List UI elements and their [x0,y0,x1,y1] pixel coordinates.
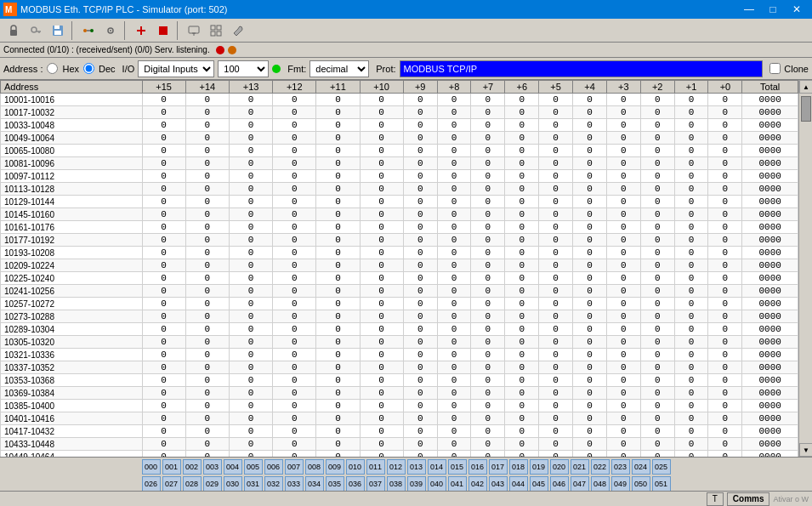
cell-value[interactable]: 0000 [742,425,798,438]
cell-value[interactable]: 0 [674,400,708,412]
cell-value[interactable]: 0 [229,132,272,145]
cell-value[interactable]: 0 [539,323,573,336]
table-row[interactable]: 10225-1024000000000000000000000 [1,272,798,285]
close-button[interactable]: ✕ [785,0,809,19]
table-row[interactable]: 10273-1028800000000000000000000 [1,310,798,323]
cell-address[interactable]: 10065-10080 [1,145,143,157]
num-button[interactable]: 045 [530,476,548,491]
cell-value[interactable]: 0 [708,438,742,451]
cell-value[interactable]: 0 [316,374,360,387]
cell-value[interactable]: 0 [316,298,360,310]
num-button[interactable]: 008 [305,459,324,475]
add-button[interactable] [131,21,151,40]
cell-value[interactable]: 0000 [742,132,798,145]
wrench-button[interactable] [228,21,248,40]
num-button[interactable]: 009 [326,459,344,475]
cell-value[interactable]: 0 [606,285,640,298]
cell-value[interactable]: 0 [185,132,229,145]
num-button[interactable]: 018 [509,459,528,475]
cell-value[interactable]: 0 [185,247,229,259]
cell-value[interactable]: 0 [403,425,437,438]
stop-button[interactable] [153,21,173,40]
num-button[interactable]: 002 [183,459,202,475]
cell-value[interactable]: 0 [471,170,505,183]
num-button[interactable]: 031 [244,476,263,491]
cell-value[interactable]: 0 [437,196,471,208]
cell-address[interactable]: 10449-10464 [1,451,143,458]
cell-value[interactable]: 0 [360,94,403,106]
cell-value[interactable]: 0 [606,145,640,157]
table-row[interactable]: 10017-1003200000000000000000000 [1,106,798,119]
cell-value[interactable]: 0 [640,310,674,323]
cell-value[interactable]: 0 [640,170,674,183]
cell-address[interactable]: 10001-10016 [1,94,143,106]
cell-value[interactable]: 0 [437,247,471,259]
cell-value[interactable]: 0 [142,221,185,234]
cell-value[interactable]: 0000 [742,438,798,451]
cell-value[interactable]: 0 [640,119,674,132]
cell-value[interactable]: 0 [273,425,316,438]
cell-value[interactable]: 0 [606,119,640,132]
cell-value[interactable]: 0 [229,425,272,438]
table-row[interactable]: 10113-1012800000000000000000000 [1,183,798,196]
cell-value[interactable]: 0 [539,361,573,374]
cell-value[interactable]: 0 [403,132,437,145]
cell-value[interactable]: 0 [505,412,539,425]
num-button[interactable]: 019 [530,459,548,475]
cell-value[interactable]: 0 [360,272,403,285]
hex-radio[interactable] [47,63,58,74]
cell-value[interactable]: 0 [185,106,229,119]
cell-value[interactable]: 0 [708,387,742,400]
num-button[interactable]: 043 [489,476,508,491]
num-button[interactable]: 024 [632,459,650,475]
cell-value[interactable]: 0 [708,374,742,387]
cell-value[interactable]: 0 [539,387,573,400]
cell-value[interactable]: 0 [539,234,573,247]
num-button[interactable]: 050 [632,476,650,491]
table-row[interactable]: 10209-1022400000000000000000000 [1,259,798,272]
cell-value[interactable]: 0 [142,285,185,298]
cell-value[interactable]: 0 [229,285,272,298]
cell-address[interactable]: 10097-10112 [1,170,143,183]
cell-value[interactable]: 0 [360,170,403,183]
cell-value[interactable]: 0 [273,259,316,272]
cell-value[interactable]: 0 [437,336,471,349]
num-button[interactable]: 004 [224,459,242,475]
cell-value[interactable]: 0 [142,336,185,349]
cell-value[interactable]: 0 [142,349,185,361]
num-button[interactable]: 036 [346,476,365,491]
cell-value[interactable]: 0 [674,412,708,425]
cell-value[interactable]: 0 [360,298,403,310]
cell-value[interactable]: 0 [316,400,360,412]
table-row[interactable]: 10417-1043200000000000000000000 [1,425,798,438]
cell-value[interactable]: 0 [273,234,316,247]
cell-value[interactable]: 0 [437,157,471,170]
cell-value[interactable]: 0 [505,361,539,374]
cell-value[interactable]: 0 [640,132,674,145]
cell-value[interactable]: 0 [674,234,708,247]
cell-value[interactable]: 0 [708,196,742,208]
cell-address[interactable]: 10385-10400 [1,400,143,412]
cell-value[interactable]: 0 [640,145,674,157]
cell-value[interactable]: 0 [606,425,640,438]
cell-value[interactable]: 0 [640,196,674,208]
cell-value[interactable]: 0 [185,119,229,132]
cell-value[interactable]: 0 [437,272,471,285]
connect-button[interactable] [78,21,99,40]
cell-value[interactable]: 0 [273,400,316,412]
cell-value[interactable]: 0 [185,183,229,196]
cell-value[interactable]: 0 [573,425,607,438]
cell-value[interactable]: 0 [142,451,185,458]
cell-value[interactable]: 0 [229,272,272,285]
cell-value[interactable]: 0 [360,310,403,323]
cell-value[interactable]: 0 [437,298,471,310]
cell-value[interactable]: 0 [360,451,403,458]
cell-value[interactable]: 0000 [742,298,798,310]
cell-value[interactable]: 0 [539,119,573,132]
cell-value[interactable]: 0 [142,208,185,221]
cell-value[interactable]: 0 [316,349,360,361]
cell-value[interactable]: 0 [606,323,640,336]
cell-value[interactable]: 0 [316,196,360,208]
cell-value[interactable]: 0 [273,170,316,183]
cell-value[interactable]: 0 [437,374,471,387]
